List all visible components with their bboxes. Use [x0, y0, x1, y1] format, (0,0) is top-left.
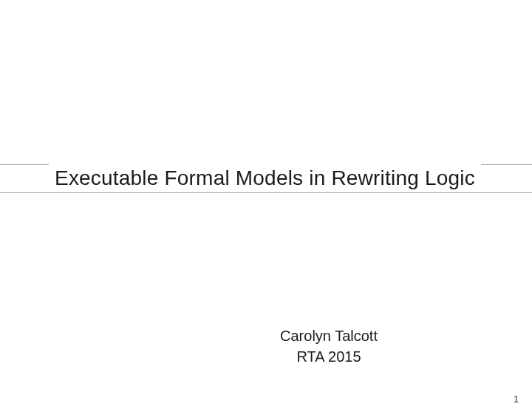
author-block: Carolyn Talcott RTA 2015: [0, 325, 532, 367]
title-container: Executable Formal Models in Rewriting Lo…: [0, 164, 532, 192]
venue-label: RTA 2015: [126, 346, 532, 367]
page-number: 1: [514, 394, 519, 405]
slide-title: Executable Formal Models in Rewriting Lo…: [49, 164, 481, 192]
author-name: Carolyn Talcott: [126, 325, 532, 346]
title-rule-bottom: [0, 192, 532, 193]
